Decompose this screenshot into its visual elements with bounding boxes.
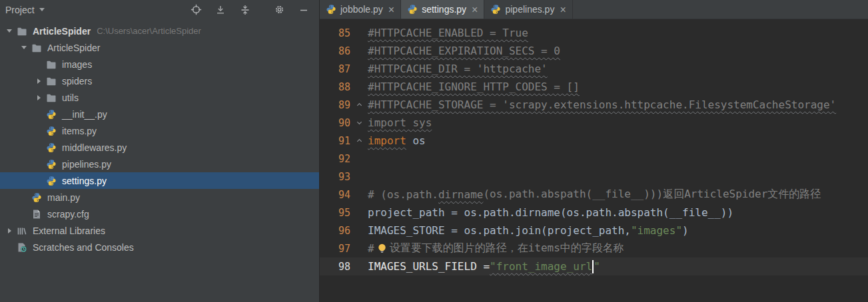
- line-number[interactable]: 91: [320, 135, 350, 147]
- tree-item-images[interactable]: images: [0, 56, 319, 73]
- config-file-icon: [31, 209, 43, 220]
- line-number[interactable]: 87: [320, 63, 350, 75]
- tree-item-main-py[interactable]: main.py: [0, 189, 319, 206]
- code-text: import os: [368, 134, 426, 147]
- close-icon[interactable]: ×: [472, 5, 478, 14]
- chevron-down-icon[interactable]: [17, 39, 31, 56]
- chevron-right-icon[interactable]: [32, 73, 45, 89]
- code-segment: (os.path.abspath(__file__)))返回ArticleSpi…: [483, 188, 821, 202]
- project-view-selector[interactable]: Project: [5, 5, 45, 15]
- editor-pane: jobbole.py×settings.py×pipelines.py× 85#…: [320, 0, 868, 302]
- python-file-icon: [45, 159, 57, 170]
- chevron-placeholder: [17, 206, 31, 222]
- chevron-right-icon[interactable]: [32, 89, 45, 106]
- gear-icon[interactable]: [273, 4, 285, 16]
- tree-item-utils[interactable]: utils: [0, 89, 319, 106]
- tree-item-init-py[interactable]: __init__.py: [0, 106, 319, 122]
- line-number[interactable]: 97: [320, 243, 350, 255]
- scroll-from-source-icon[interactable]: [215, 4, 226, 16]
- tree-item-label: Scratches and Consoles: [33, 242, 134, 253]
- line-number[interactable]: 92: [320, 153, 350, 165]
- tree-item-external-libraries[interactable]: External Libraries: [0, 222, 319, 239]
- tab-bar: jobbole.py×settings.py×pipelines.py×: [320, 0, 868, 19]
- folder-icon: [31, 43, 43, 53]
- tree-item-label: pipelines.py: [62, 159, 111, 170]
- fold-marker-icon[interactable]: [350, 137, 368, 144]
- close-icon[interactable]: ×: [388, 5, 394, 14]
- line-number[interactable]: 89: [320, 99, 350, 111]
- line-number[interactable]: 85: [320, 27, 350, 39]
- line-number[interactable]: 95: [320, 207, 350, 219]
- line-number[interactable]: 93: [320, 171, 350, 183]
- line-number[interactable]: 90: [320, 117, 350, 129]
- code-line-90[interactable]: 90import sys: [320, 114, 868, 132]
- editor[interactable]: 85#HTTPCACHE_ENABLED = True86#HTTPCACHE_…: [320, 19, 868, 302]
- code-line-85[interactable]: 85#HTTPCACHE_ENABLED = True: [320, 24, 868, 42]
- tree-item-label: scrapy.cfg: [47, 209, 89, 220]
- code-line-98[interactable]: 98IMAGES_URLS_FIELD ="front_image_url": [320, 257, 868, 275]
- fold-marker-icon[interactable]: [350, 101, 368, 108]
- python-file-icon: [326, 4, 336, 15]
- line-number[interactable]: 86: [320, 45, 350, 57]
- tree-item-middlewares-py[interactable]: middlewares.py: [0, 139, 319, 156]
- code-text: #HTTPCACHE_STORAGE = 'scrapy.extensions.…: [368, 98, 836, 111]
- code-segment: 设置要下载的图片的路径，在items中的字段名称: [390, 241, 624, 255]
- python-file-icon: [45, 126, 57, 136]
- code-segment: #HTTPCACHE_STORAGE = 'scrapy.extensions.…: [368, 98, 836, 111]
- code-line-91[interactable]: 91import os: [320, 132, 868, 150]
- tab-settings-py[interactable]: settings.py×: [401, 0, 484, 19]
- tab-jobbole-py[interactable]: jobbole.py×: [320, 0, 401, 19]
- project-tree: ArticleSpiderC:\Users\acer\ArticleSpider…: [0, 19, 319, 302]
- tree-item-path: C:\Users\acer\ArticleSpider: [97, 26, 201, 36]
- line-number[interactable]: 94: [320, 189, 350, 201]
- folder-icon: [45, 76, 57, 86]
- bulb-icon[interactable]: [376, 243, 388, 254]
- tree-item-pipelines-py[interactable]: pipelines.py: [0, 156, 319, 172]
- tree-item-articlespider[interactable]: ArticleSpider: [0, 39, 319, 56]
- tree-item-scratches-and-consoles[interactable]: Scratches and Consoles: [0, 239, 319, 255]
- close-icon[interactable]: ×: [560, 5, 566, 14]
- chevron-placeholder: [17, 189, 31, 206]
- tree-item-label: main.py: [47, 192, 80, 203]
- code-line-97[interactable]: 97#设置要下载的图片的路径，在items中的字段名称: [320, 239, 868, 257]
- line-number[interactable]: 96: [320, 225, 350, 237]
- code-segment: #HTTPCACHE_EXPIRATION_SECS = 0: [368, 45, 560, 57]
- line-number[interactable]: 98: [320, 261, 350, 273]
- tree-item-label: utils: [62, 92, 79, 103]
- chevron-placeholder: [32, 106, 45, 122]
- tree-item-items-py[interactable]: items.py: [0, 122, 319, 139]
- line-number[interactable]: 88: [320, 81, 350, 93]
- code-line-88[interactable]: 88#HTTPCACHE_IGNORE_HTTP_CODES = []: [320, 78, 868, 96]
- code-line-96[interactable]: 96IMAGES_STORE = os.path.join(project_pa…: [320, 222, 868, 239]
- project-panel: Project ArticleSpiderC:\Users\acer\Artic…: [0, 0, 320, 302]
- tree-item-label: __init__.py: [62, 109, 107, 120]
- tree-item-articlespider[interactable]: ArticleSpiderC:\Users\acer\ArticleSpider: [0, 23, 319, 39]
- collapse-all-icon[interactable]: [239, 4, 251, 16]
- chevron-down-icon[interactable]: [3, 23, 16, 39]
- code-segment: dirname: [438, 188, 483, 201]
- tree-item-spiders[interactable]: spiders: [0, 73, 319, 89]
- code-segment: IMAGES_STORE = os.path.join(project_path…: [368, 224, 631, 237]
- crosshair-icon[interactable]: [190, 4, 202, 16]
- tree-item-label: middlewares.py: [62, 142, 127, 153]
- code-line-95[interactable]: 95project_path = os.path.dirname(os.path…: [320, 204, 868, 222]
- minimize-icon[interactable]: [298, 4, 310, 16]
- tree-item-settings-py[interactable]: settings.py: [0, 172, 319, 189]
- code-segment: #: [368, 242, 374, 255]
- fold-marker-icon[interactable]: [350, 119, 368, 126]
- code-text: import sys: [368, 116, 432, 129]
- chevron-right-icon[interactable]: [3, 222, 16, 239]
- code-line-87[interactable]: 87#HTTPCACHE_DIR = 'httpcache': [320, 60, 868, 78]
- python-file-icon: [45, 176, 57, 186]
- code-line-92[interactable]: 92: [320, 150, 868, 168]
- tree-item-scrapy-cfg[interactable]: scrapy.cfg: [0, 206, 319, 222]
- tree-item-label: ArticleSpider: [33, 26, 91, 37]
- chevron-down-icon: [39, 8, 45, 11]
- code-line-89[interactable]: 89#HTTPCACHE_STORAGE = 'scrapy.extension…: [320, 96, 868, 114]
- code-line-94[interactable]: 94# (os.path.dirname(os.path.abspath(__f…: [320, 186, 868, 204]
- tab-pipelines-py[interactable]: pipelines.py×: [484, 0, 572, 19]
- code-line-86[interactable]: 86#HTTPCACHE_EXPIRATION_SECS = 0: [320, 42, 868, 60]
- code-line-93[interactable]: 93: [320, 168, 868, 186]
- chevron-placeholder: [32, 56, 45, 73]
- libraries-icon: [16, 226, 28, 236]
